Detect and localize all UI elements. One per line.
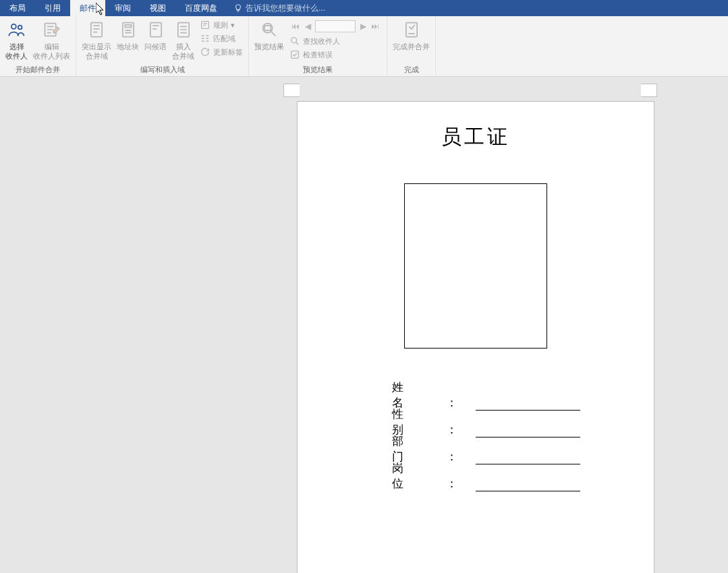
prev-record-button[interactable]: ◀ bbox=[303, 22, 312, 31]
search-person-icon bbox=[289, 36, 300, 47]
preview-icon bbox=[258, 19, 280, 40]
svg-rect-5 bbox=[125, 25, 131, 28]
group-label-preview: 预览结果 bbox=[252, 63, 384, 76]
check-errors-icon bbox=[289, 49, 300, 60]
finish-merge-icon bbox=[401, 19, 422, 40]
record-number-input[interactable] bbox=[315, 20, 356, 32]
svg-rect-12 bbox=[291, 51, 299, 59]
field-colon: ： bbox=[446, 476, 465, 491]
ribbon-group-finish: 完成并合并 完成 bbox=[387, 16, 436, 76]
edit-recipient-list-label: 编辑 收件人列表 bbox=[33, 42, 70, 61]
field-label-position: 岗位 bbox=[392, 460, 446, 491]
address-block-button[interactable]: 地址块 bbox=[114, 18, 142, 53]
ribbon: 选择 收件人 编辑 收件人列表 开始邮件合并 突出显示 合并域 bbox=[0, 16, 728, 77]
lightbulb-icon bbox=[233, 3, 243, 13]
ribbon-group-write-insert: 突出显示 合并域 地址块 问候语 插入 合并域 bbox=[76, 16, 249, 76]
update-labels-icon bbox=[200, 47, 211, 57]
select-recipients-label: 选择 收件人 bbox=[5, 42, 28, 61]
tab-view[interactable]: 视图 bbox=[140, 0, 175, 16]
update-labels-button[interactable]: 更新标签 bbox=[198, 46, 244, 58]
page-corner-left bbox=[283, 84, 300, 97]
document-canvas[interactable]: 员工证 姓名 ： 性别 ： 部门 ： 岗位 ： bbox=[0, 77, 728, 573]
document-title[interactable]: 员工证 bbox=[298, 123, 654, 151]
find-recipient-button[interactable]: 查找收件人 bbox=[288, 35, 383, 47]
svg-rect-6 bbox=[150, 23, 161, 37]
match-fields-button[interactable]: 匹配域 bbox=[198, 32, 244, 44]
people-icon bbox=[6, 19, 28, 40]
field-line-department[interactable] bbox=[476, 450, 580, 464]
greeting-label: 问候语 bbox=[144, 42, 167, 51]
next-record-button[interactable]: ▶ bbox=[358, 22, 368, 31]
document-page[interactable]: 员工证 姓名 ： 性别 ： 部门 ： 岗位 ： bbox=[297, 101, 654, 573]
last-record-button[interactable]: ⏭ bbox=[370, 22, 380, 31]
group-label-finish: 完成 bbox=[390, 63, 432, 76]
group-label-write-insert: 编写和插入域 bbox=[79, 63, 246, 76]
group-label-start-merge: 开始邮件合并 bbox=[3, 63, 73, 76]
svg-point-0 bbox=[11, 24, 16, 29]
page-corner-right bbox=[641, 84, 657, 97]
field-colon: ： bbox=[446, 395, 465, 411]
field-line-name[interactable] bbox=[476, 396, 580, 411]
svg-point-11 bbox=[291, 38, 297, 43]
tab-review[interactable]: 审阅 bbox=[105, 0, 140, 16]
svg-point-1 bbox=[18, 26, 22, 30]
insert-merge-field-button[interactable]: 插入 合并域 bbox=[169, 18, 197, 62]
rules-icon bbox=[200, 20, 211, 30]
preview-results-label: 预览结果 bbox=[254, 42, 284, 51]
photo-placeholder[interactable] bbox=[404, 183, 547, 349]
ribbon-group-preview: 预览结果 ⏮ ◀ ▶ ⏭ 查找收件人 检查错误 bbox=[249, 16, 387, 76]
preview-results-button[interactable]: 预览结果 bbox=[252, 18, 287, 53]
highlight-label: 突出显示 合并域 bbox=[82, 42, 111, 61]
highlight-icon bbox=[86, 19, 107, 40]
field-line-position[interactable] bbox=[476, 477, 580, 491]
info-section: 姓名 ： 性别 ： 部门 ： 岗位 ： bbox=[298, 384, 654, 491]
tab-references[interactable]: 引用 bbox=[35, 0, 70, 16]
tab-mailings[interactable]: 邮件 bbox=[70, 0, 105, 16]
ribbon-tab-bar: 布局 引用 邮件 审阅 视图 百度网盘 告诉我您想要做什么... bbox=[0, 0, 728, 16]
tell-me-placeholder: 告诉我您想要做什么... bbox=[246, 3, 325, 14]
highlight-merge-fields-button[interactable]: 突出显示 合并域 bbox=[79, 18, 114, 62]
field-row-position[interactable]: 岗位 ： bbox=[392, 464, 654, 491]
field-line-gender[interactable] bbox=[476, 423, 580, 438]
field-colon: ： bbox=[446, 449, 465, 464]
insert-field-label: 插入 合并域 bbox=[172, 42, 194, 61]
match-fields-icon bbox=[200, 33, 211, 44]
edit-recipient-list-button[interactable]: 编辑 收件人列表 bbox=[30, 18, 73, 62]
tell-me-search[interactable]: 告诉我您想要做什么... bbox=[233, 3, 325, 14]
finish-merge-button[interactable]: 完成并合并 bbox=[390, 18, 432, 53]
select-recipients-button[interactable]: 选择 收件人 bbox=[3, 18, 30, 62]
tab-layout[interactable]: 布局 bbox=[0, 0, 35, 16]
greeting-line-button[interactable]: 问候语 bbox=[142, 18, 169, 53]
rules-button[interactable]: 规则▾ bbox=[198, 19, 244, 31]
edit-list-icon bbox=[41, 19, 63, 40]
field-colon: ： bbox=[446, 422, 465, 438]
insert-field-icon bbox=[173, 19, 194, 40]
check-errors-button[interactable]: 检查错误 bbox=[288, 49, 383, 61]
svg-rect-3 bbox=[91, 23, 102, 37]
address-block-label: 地址块 bbox=[117, 42, 139, 51]
ribbon-group-start-merge: 选择 收件人 编辑 收件人列表 开始邮件合并 bbox=[0, 16, 76, 76]
address-block-icon bbox=[117, 19, 139, 40]
first-record-button[interactable]: ⏮ bbox=[291, 22, 300, 31]
svg-rect-10 bbox=[264, 26, 271, 30]
tab-baidu-netdisk[interactable]: 百度网盘 bbox=[175, 0, 227, 16]
finish-merge-label: 完成并合并 bbox=[393, 42, 430, 51]
greeting-icon bbox=[145, 19, 167, 40]
